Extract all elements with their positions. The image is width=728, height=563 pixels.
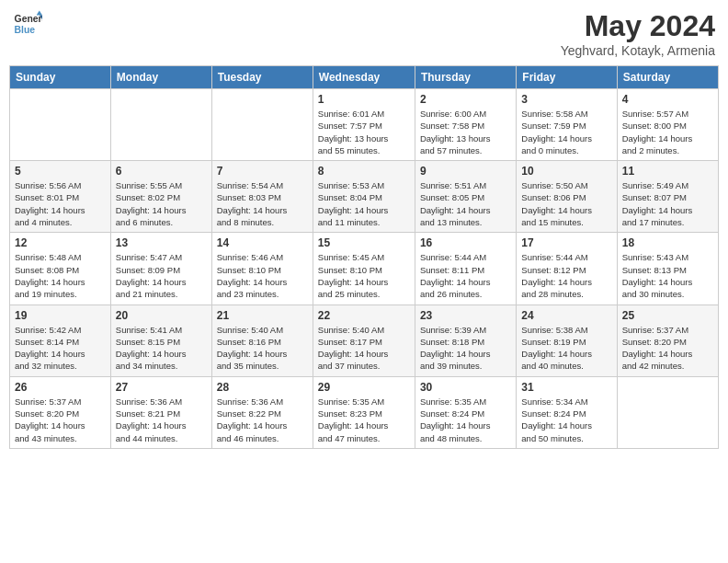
calendar-cell: 2Sunrise: 6:00 AMSunset: 7:58 PMDaylight… xyxy=(415,89,516,161)
day-number: 18 xyxy=(622,236,713,249)
day-info: Sunrise: 5:46 AMSunset: 8:10 PMDaylight:… xyxy=(217,251,308,300)
day-number: 6 xyxy=(116,165,207,178)
day-number: 14 xyxy=(217,236,308,249)
day-info: Sunrise: 5:34 AMSunset: 8:24 PMDaylight:… xyxy=(521,396,611,444)
day-info: Sunrise: 5:38 AMSunset: 8:19 PMDaylight:… xyxy=(521,324,611,373)
calendar-cell: 6Sunrise: 5:55 AMSunset: 8:02 PMDaylight… xyxy=(110,161,211,233)
day-number: 30 xyxy=(420,381,511,394)
calendar-cell: 20Sunrise: 5:41 AMSunset: 8:15 PMDayligh… xyxy=(110,304,211,376)
calendar-cell: 17Sunrise: 5:44 AMSunset: 8:12 PMDayligh… xyxy=(517,233,617,304)
calendar-cell: 11Sunrise: 5:49 AMSunset: 8:07 PMDayligh… xyxy=(617,161,718,233)
calendar-cell: 14Sunrise: 5:46 AMSunset: 8:10 PMDayligh… xyxy=(211,233,313,304)
calendar-cell: 26Sunrise: 5:37 AMSunset: 8:20 PMDayligh… xyxy=(10,376,111,448)
calendar-week-row: 26Sunrise: 5:37 AMSunset: 8:20 PMDayligh… xyxy=(10,376,719,448)
day-info: Sunrise: 5:51 AMSunset: 8:05 PMDaylight:… xyxy=(420,179,511,228)
calendar-week-row: 5Sunrise: 5:56 AMSunset: 8:01 PMDaylight… xyxy=(10,161,719,233)
day-number: 15 xyxy=(318,236,410,249)
title-block: May 2024 Yeghvard, Kotayk, Armenia xyxy=(561,9,715,58)
calendar-cell: 22Sunrise: 5:40 AMSunset: 8:17 PMDayligh… xyxy=(313,304,415,376)
location: Yeghvard, Kotayk, Armenia xyxy=(561,43,715,58)
day-info: Sunrise: 5:44 AMSunset: 8:12 PMDaylight:… xyxy=(521,251,611,300)
day-number: 11 xyxy=(622,165,713,178)
day-number: 16 xyxy=(420,236,511,249)
weekday-header: Saturday xyxy=(617,66,718,89)
day-number: 1 xyxy=(318,93,410,106)
day-info: Sunrise: 5:57 AMSunset: 8:00 PMDaylight:… xyxy=(622,108,713,156)
day-number: 3 xyxy=(521,93,611,106)
day-info: Sunrise: 5:54 AMSunset: 8:03 PMDaylight:… xyxy=(217,179,308,228)
page-header: General Blue May 2024 Yeghvard, Kotayk, … xyxy=(9,9,719,58)
day-info: Sunrise: 6:00 AMSunset: 7:58 PMDaylight:… xyxy=(420,108,511,156)
calendar-cell: 16Sunrise: 5:44 AMSunset: 8:11 PMDayligh… xyxy=(415,233,516,304)
calendar-cell: 5Sunrise: 5:56 AMSunset: 8:01 PMDaylight… xyxy=(10,161,111,233)
svg-text:Blue: Blue xyxy=(15,25,36,35)
weekday-header: Tuesday xyxy=(211,66,313,89)
calendar-week-row: 1Sunrise: 6:01 AMSunset: 7:57 PMDaylight… xyxy=(10,89,719,161)
weekday-header: Wednesday xyxy=(313,66,415,89)
calendar-cell: 10Sunrise: 5:50 AMSunset: 8:06 PMDayligh… xyxy=(517,161,617,233)
calendar-cell: 12Sunrise: 5:48 AMSunset: 8:08 PMDayligh… xyxy=(10,233,111,304)
day-number: 26 xyxy=(15,381,106,394)
day-info: Sunrise: 5:39 AMSunset: 8:18 PMDaylight:… xyxy=(420,324,511,373)
day-info: Sunrise: 5:44 AMSunset: 8:11 PMDaylight:… xyxy=(420,251,511,300)
day-info: Sunrise: 5:35 AMSunset: 8:23 PMDaylight:… xyxy=(318,396,410,444)
day-number: 12 xyxy=(15,236,106,249)
day-info: Sunrise: 5:36 AMSunset: 8:22 PMDaylight:… xyxy=(217,396,308,444)
calendar-cell: 30Sunrise: 5:35 AMSunset: 8:24 PMDayligh… xyxy=(415,376,516,448)
day-number: 22 xyxy=(318,309,410,322)
calendar-table: SundayMondayTuesdayWednesdayThursdayFrid… xyxy=(9,65,719,449)
svg-text:General: General xyxy=(15,14,42,24)
calendar-cell: 19Sunrise: 5:42 AMSunset: 8:14 PMDayligh… xyxy=(10,304,111,376)
calendar-cell: 31Sunrise: 5:34 AMSunset: 8:24 PMDayligh… xyxy=(517,376,617,448)
day-info: Sunrise: 5:56 AMSunset: 8:01 PMDaylight:… xyxy=(15,179,106,228)
day-number: 24 xyxy=(521,309,611,322)
calendar-cell xyxy=(617,376,718,448)
day-number: 20 xyxy=(116,309,207,322)
day-info: Sunrise: 5:48 AMSunset: 8:08 PMDaylight:… xyxy=(15,251,106,300)
logo-icon: General Blue xyxy=(13,9,42,39)
day-number: 21 xyxy=(217,309,308,322)
weekday-header: Thursday xyxy=(415,66,516,89)
calendar-cell: 15Sunrise: 5:45 AMSunset: 8:10 PMDayligh… xyxy=(313,233,415,304)
day-number: 13 xyxy=(116,236,207,249)
day-number: 2 xyxy=(420,93,511,106)
day-number: 8 xyxy=(318,165,410,178)
day-info: Sunrise: 5:50 AMSunset: 8:06 PMDaylight:… xyxy=(521,179,611,228)
day-info: Sunrise: 5:47 AMSunset: 8:09 PMDaylight:… xyxy=(116,251,207,300)
day-info: Sunrise: 5:42 AMSunset: 8:14 PMDaylight:… xyxy=(15,324,106,373)
calendar-cell: 21Sunrise: 5:40 AMSunset: 8:16 PMDayligh… xyxy=(211,304,313,376)
day-number: 27 xyxy=(116,381,207,394)
calendar-week-row: 19Sunrise: 5:42 AMSunset: 8:14 PMDayligh… xyxy=(10,304,719,376)
calendar-cell: 27Sunrise: 5:36 AMSunset: 8:21 PMDayligh… xyxy=(110,376,211,448)
day-number: 23 xyxy=(420,309,511,322)
weekday-header-row: SundayMondayTuesdayWednesdayThursdayFrid… xyxy=(10,66,719,89)
logo: General Blue xyxy=(13,9,42,39)
day-info: Sunrise: 5:37 AMSunset: 8:20 PMDaylight:… xyxy=(622,324,713,373)
day-info: Sunrise: 5:49 AMSunset: 8:07 PMDaylight:… xyxy=(622,179,713,228)
calendar-cell: 25Sunrise: 5:37 AMSunset: 8:20 PMDayligh… xyxy=(617,304,718,376)
day-number: 19 xyxy=(15,309,106,322)
day-info: Sunrise: 5:45 AMSunset: 8:10 PMDaylight:… xyxy=(318,251,410,300)
day-number: 7 xyxy=(217,165,308,178)
day-number: 31 xyxy=(521,381,611,394)
calendar-cell xyxy=(110,89,211,161)
day-info: Sunrise: 5:58 AMSunset: 7:59 PMDaylight:… xyxy=(521,108,611,156)
month-title: May 2024 xyxy=(561,9,715,43)
day-number: 25 xyxy=(622,309,713,322)
day-info: Sunrise: 5:55 AMSunset: 8:02 PMDaylight:… xyxy=(116,179,207,228)
weekday-header: Monday xyxy=(110,66,211,89)
calendar-cell: 29Sunrise: 5:35 AMSunset: 8:23 PMDayligh… xyxy=(313,376,415,448)
weekday-header: Sunday xyxy=(10,66,111,89)
day-number: 17 xyxy=(521,236,611,249)
calendar-cell xyxy=(211,89,313,161)
day-number: 29 xyxy=(318,381,410,394)
day-info: Sunrise: 6:01 AMSunset: 7:57 PMDaylight:… xyxy=(318,108,410,156)
calendar-cell: 8Sunrise: 5:53 AMSunset: 8:04 PMDaylight… xyxy=(313,161,415,233)
calendar-cell xyxy=(10,89,111,161)
calendar-cell: 13Sunrise: 5:47 AMSunset: 8:09 PMDayligh… xyxy=(110,233,211,304)
day-info: Sunrise: 5:41 AMSunset: 8:15 PMDaylight:… xyxy=(116,324,207,373)
day-info: Sunrise: 5:40 AMSunset: 8:17 PMDaylight:… xyxy=(318,324,410,373)
calendar-cell: 1Sunrise: 6:01 AMSunset: 7:57 PMDaylight… xyxy=(313,89,415,161)
day-number: 28 xyxy=(217,381,308,394)
day-info: Sunrise: 5:35 AMSunset: 8:24 PMDaylight:… xyxy=(420,396,511,444)
